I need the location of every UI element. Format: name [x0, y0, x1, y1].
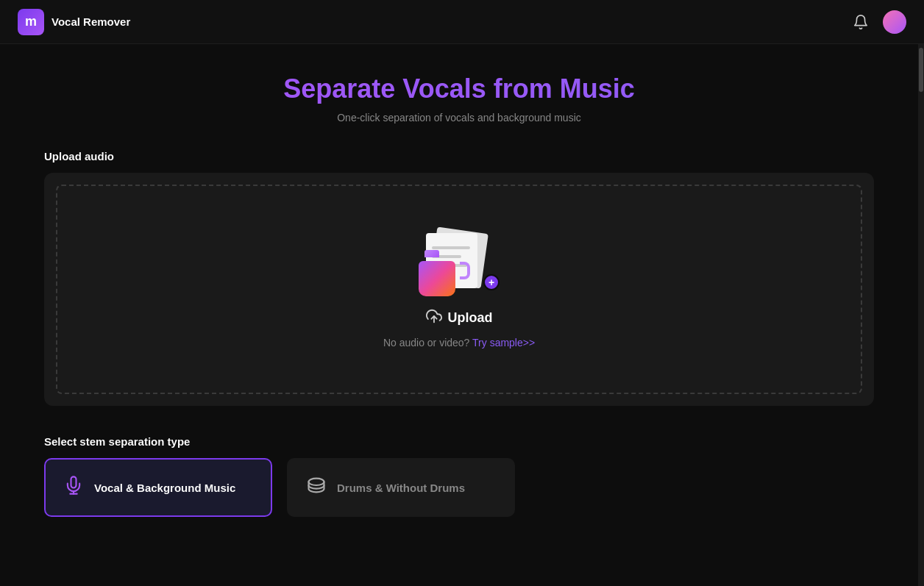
jug	[419, 256, 463, 296]
upload-icon	[426, 308, 442, 328]
vocal-icon	[63, 475, 84, 501]
upload-button-area: Upload No audio or video? Try sample>>	[383, 308, 535, 349]
upload-label: Upload	[448, 310, 493, 326]
stem-options: Vocal & Background Music Drums & Without…	[44, 458, 874, 517]
upload-button[interactable]: Upload	[426, 308, 493, 328]
app-title: Vocal Remover	[51, 15, 130, 28]
doc-line1	[432, 246, 470, 249]
scrollbar-track[interactable]	[918, 44, 924, 586]
try-sample-link[interactable]: Try sample>>	[472, 337, 535, 349]
main-content: Separate Vocals from Music One-click sep…	[0, 44, 918, 586]
header: m Vocal Remover	[0, 0, 924, 44]
header-right	[850, 10, 906, 34]
avatar[interactable]	[883, 10, 906, 34]
header-left: m Vocal Remover	[18, 9, 130, 35]
stem-section-label: Select stem separation type	[44, 435, 874, 448]
plus-badge: +	[483, 274, 500, 290]
page-title: Separate Vocals from Music	[44, 74, 874, 104]
upload-outer: + Upload	[44, 173, 874, 406]
page-subtitle: One-click separation of vocals and backg…	[44, 112, 874, 124]
scrollbar-thumb[interactable]	[919, 48, 923, 92]
no-audio-text: No audio or video? Try sample>>	[383, 337, 535, 349]
stem-card-drums-label: Drums & Without Drums	[337, 482, 465, 494]
upload-dropzone[interactable]: + Upload	[56, 185, 862, 394]
bell-icon[interactable]	[850, 12, 871, 32]
stem-card-vocal[interactable]: Vocal & Background Music	[44, 458, 272, 517]
logo-icon: m	[18, 9, 44, 35]
upload-illustration: +	[419, 230, 500, 296]
upload-section-label: Upload audio	[44, 150, 874, 162]
layout: Separate Vocals from Music One-click sep…	[0, 44, 924, 586]
drums-icon	[306, 475, 327, 501]
jug-body	[419, 261, 455, 296]
stem-card-drums[interactable]: Drums & Without Drums	[287, 458, 515, 517]
stem-card-vocal-label: Vocal & Background Music	[94, 482, 235, 494]
jug-spout	[424, 250, 439, 257]
jug-handle	[460, 262, 470, 279]
svg-point-3	[309, 478, 324, 485]
